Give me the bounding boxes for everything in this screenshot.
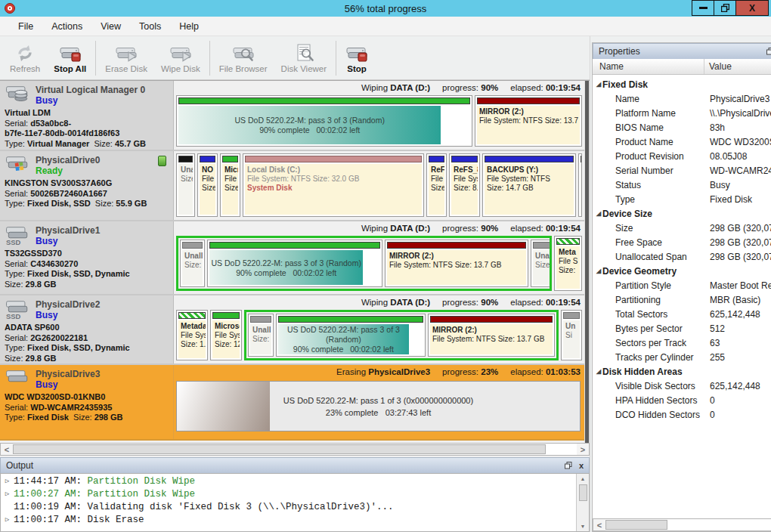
menu-item-tools[interactable]: Tools xyxy=(130,17,170,36)
output-vertical-scrollbar[interactable]: ▲ ▼ xyxy=(576,474,589,531)
partition-wipe-progress[interactable]: US DoD 5220.22-M: pass 3 of 3(Random)90%… xyxy=(276,314,426,357)
column-header-name[interactable]: Name xyxy=(593,59,704,74)
expand-arrow-icon[interactable]: ▷ xyxy=(1,488,14,501)
partition-type-bar xyxy=(430,316,553,323)
scrollbar-track[interactable] xyxy=(667,519,771,530)
erase-progress-block[interactable]: US DoD 5220.22-M: pass 1 of 3 (0x0000000… xyxy=(176,381,581,431)
expand-arrow-icon[interactable]: ▷ xyxy=(1,514,14,527)
partition-mirror-2[interactable]: MIRROR (2:)File System: NTFS Size: 13.7 … xyxy=(428,314,555,357)
menu-item-view[interactable]: View xyxy=(91,17,130,36)
scroll-up-arrow-icon[interactable]: ▲ xyxy=(581,475,586,482)
scrollbar-thumb[interactable] xyxy=(13,444,546,454)
toolbar-button-file-browser[interactable]: File Browser xyxy=(212,38,274,79)
partition-wipe-progress[interactable]: US DoD 5220.22-M: pass 3 of 3 (Random)90… xyxy=(176,95,472,147)
float-panel-icon[interactable] xyxy=(766,48,771,55)
partition-un[interactable]: UnSi xyxy=(561,310,582,360)
minimize-button[interactable] xyxy=(692,0,714,16)
partition-refs[interactable]: ReFSFile SSize: xyxy=(426,153,447,217)
property-bios-name: BIOS Name83h xyxy=(593,120,771,135)
menu-item-help[interactable]: Help xyxy=(170,17,208,36)
partition-mirror-2[interactable]: MIRROR (2:)File System: NTFS Size: 13.7 … xyxy=(385,240,528,287)
toolbar-button-refresh[interactable]: Refresh xyxy=(3,38,47,79)
scroll-down-arrow-icon[interactable]: ▼ xyxy=(581,523,586,530)
partition-metada[interactable]: MetadaFile SystSize: 1.0 xyxy=(176,310,208,360)
partition-meta[interactable]: MetaFile SSize: xyxy=(554,236,582,291)
scroll-left-arrow-icon[interactable]: < xyxy=(593,519,605,530)
partition-microso[interactable]: MicrosoFile SystSize: 12 xyxy=(210,310,242,360)
partition-refs-8g[interactable]: ReFS_8GFile SysteSize: 8.00 xyxy=(449,153,480,217)
toolbar-button-wipe-disk[interactable]: Wipe Disk xyxy=(154,38,207,79)
partition-line: File Syst xyxy=(181,331,203,340)
toolbar-button-disk-viewer[interactable]: Disk Viewer xyxy=(274,38,334,79)
drive-info-physicaldrive3[interactable]: PhysicalDrive3BusyWDC WD3200SD-01KNB0Ser… xyxy=(0,365,174,439)
log-line-4[interactable]: ▷11:00:17 AM: Disk Erase xyxy=(1,514,576,527)
menu-item-file[interactable]: File xyxy=(9,17,42,36)
wipe-disk-icon xyxy=(169,43,192,63)
scrollbar-thumb[interactable] xyxy=(585,81,589,443)
collapse-triangle-icon[interactable]: ◢ xyxy=(593,268,602,274)
collapse-triangle-icon[interactable]: ◢ xyxy=(593,368,602,375)
drive-info-virtual-logical-manager-0[interactable]: Virtual Logical Manager 0BusyVirtual LDM… xyxy=(0,81,174,150)
partition-micro[interactable]: MicroFile SySize: 1 xyxy=(220,153,240,217)
partition-no-n[interactable]: NO NFile SSize: xyxy=(197,153,218,217)
property-name: Tracks per Cylinder xyxy=(593,352,704,363)
toolbar-button-erase-disk[interactable]: Erase Disk xyxy=(98,38,154,79)
drive-row-physicaldrive3[interactable]: PhysicalDrive3BusyWDC WD3200SD-01KNB0Ser… xyxy=(0,365,584,441)
drive-info-physicaldrive2[interactable]: SSDPhysicalDrive2BusyADATA SP600Serial: … xyxy=(0,295,174,363)
partition-local-disk-c[interactable]: Local Disk (C:)File System: NTFS Size: 3… xyxy=(243,153,424,217)
partition-line: Size: 12 xyxy=(215,340,237,349)
close-button[interactable]: X xyxy=(735,0,769,16)
property-group-device-geometry[interactable]: ◢Device Geometry xyxy=(593,264,771,278)
property-group-device-size[interactable]: ◢Device Size xyxy=(593,206,771,221)
partition-type-bar xyxy=(451,156,478,162)
drive-info-physicaldrive1[interactable]: SSDPhysicalDrive1BusyTS32GSSD370Serial: … xyxy=(0,221,174,294)
properties-horizontal-scrollbar[interactable]: < > xyxy=(593,518,771,531)
menu-item-actions[interactable]: Actions xyxy=(42,17,91,36)
drive-row-physicaldrive0[interactable]: PhysicalDrive0ReadyKINGSTON SV300S37A60G… xyxy=(0,151,584,221)
disk-list-vertical-scrollbar[interactable] xyxy=(584,81,590,443)
partition-wipe-progress[interactable]: US DoD 5220.22-M: pass 3 of 3 (Random)90… xyxy=(207,240,382,287)
toolbar-button-stop[interactable]: Stop xyxy=(339,38,375,79)
partition-unall[interactable]: UnallSize: ( xyxy=(176,153,195,217)
expand-arrow-icon[interactable]: ▷ xyxy=(1,475,14,488)
drive-row-virtual-logical-manager-0[interactable]: Virtual Logical Manager 0BusyVirtual LDM… xyxy=(0,81,584,151)
column-header-value[interactable]: Value xyxy=(704,59,771,74)
property-value: 0 xyxy=(704,395,771,406)
drive-title: Virtual Logical Manager 0 xyxy=(36,83,145,95)
partition-u[interactable]: USi xyxy=(578,153,582,217)
partition-mirror-2[interactable]: MIRROR (2:)File System: NTFS Size: 13.7 … xyxy=(475,95,582,147)
partition-body: MIRROR (2:)File System: NTFS Size: 13.7 … xyxy=(387,250,526,285)
partition-body: UnSi xyxy=(563,320,580,358)
scroll-right-arrow-icon[interactable]: > xyxy=(577,444,589,455)
drive-info-physicaldrive0[interactable]: PhysicalDrive0ReadyKINGSTON SV300S37A60G… xyxy=(0,151,174,220)
restore-button[interactable] xyxy=(714,0,736,16)
drive-info-line: TS32GSSD370 xyxy=(5,249,169,259)
log-line-2[interactable]: ▷11:00:27 AM: Partition Disk Wipe xyxy=(1,488,576,501)
drive-title-block: PhysicalDrive0Ready xyxy=(36,153,100,177)
scrollbar-thumb[interactable] xyxy=(605,520,667,530)
toolbar-button-stop-all[interactable]: Stop All xyxy=(47,38,93,79)
property-name: Partition Style xyxy=(593,280,704,291)
log-line-1[interactable]: ▷11:44:17 AM: Partition Disk Wipe xyxy=(1,475,576,488)
close-panel-icon[interactable]: x xyxy=(579,462,584,469)
disk-list-horizontal-scrollbar[interactable]: < > xyxy=(0,443,590,456)
collapse-triangle-icon[interactable]: ◢ xyxy=(593,210,602,217)
property-name: Free Space xyxy=(593,237,704,248)
property-value: \\.\PhysicalDrive3 xyxy=(704,108,771,119)
drive-row-physicaldrive2[interactable]: SSDPhysicalDrive2BusyADATA SP600Serial: … xyxy=(0,295,584,365)
partition-backups-y[interactable]: BACKUPS (Y:)File System: NTFSSize: 14.7 … xyxy=(482,153,576,217)
partition-name: MIRROR (2:) xyxy=(432,326,550,335)
property-size: Size298 GB (320,072,93 xyxy=(593,221,771,235)
scrollbar-track[interactable] xyxy=(546,444,577,455)
partition-unallc[interactable]: UnallcSize: 1 xyxy=(531,240,552,287)
partition-unallc[interactable]: UnallcSize: 9 xyxy=(180,240,205,287)
property-group-disk-hidden-areas[interactable]: ◢Disk Hidden Areas xyxy=(593,364,771,379)
float-panel-icon[interactable] xyxy=(565,462,572,469)
drive-row-physicaldrive1[interactable]: SSDPhysicalDrive1BusyTS32GSSD370Serial: … xyxy=(0,221,584,295)
partition-name: BACKUPS (Y:) xyxy=(487,165,571,175)
property-group-fixed-disk[interactable]: ◢Fixed Disk xyxy=(593,77,771,91)
scroll-left-arrow-icon[interactable]: < xyxy=(1,444,13,455)
collapse-triangle-icon[interactable]: ◢ xyxy=(593,81,602,88)
partition-unall[interactable]: UnallSize: ( xyxy=(248,314,274,357)
scrollbar-thumb[interactable] xyxy=(579,484,587,501)
